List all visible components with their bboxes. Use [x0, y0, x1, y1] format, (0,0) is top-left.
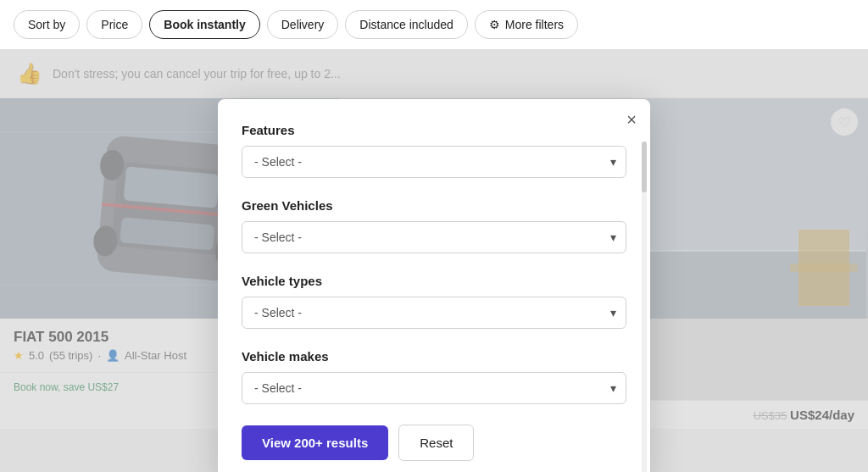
vehicle-makes-select[interactable]: - Select - — [242, 372, 626, 404]
distance-included-button[interactable]: Distance included — [345, 10, 468, 39]
vehicle-types-select-wrapper: - Select - ▾ — [242, 297, 626, 329]
price-button[interactable]: Price — [86, 10, 142, 39]
sort-by-button[interactable]: Sort by — [14, 10, 80, 39]
more-filters-modal: × Features - Select - ▾ Green Vehicles -… — [218, 99, 650, 472]
vehicle-types-select[interactable]: - Select - — [242, 297, 626, 329]
delivery-button[interactable]: Delivery — [267, 10, 339, 39]
book-instantly-button[interactable]: Book instantly — [149, 10, 259, 39]
modal-footer: View 200+ results Reset — [242, 425, 626, 461]
more-filters-label: More filters — [505, 18, 564, 31]
vehicle-types-label: Vehicle types — [242, 274, 626, 288]
vehicle-makes-section: Vehicle makes - Select - ▾ — [242, 349, 626, 404]
features-label: Features — [242, 123, 626, 137]
view-results-button[interactable]: View 200+ results — [242, 425, 388, 460]
content-area: 👍 Don't stress; you can cancel your trip… — [0, 50, 868, 472]
vehicle-makes-label: Vehicle makes — [242, 349, 626, 364]
filter-bar: Sort by Price Book instantly Delivery Di… — [0, 0, 868, 50]
reset-button[interactable]: Reset — [398, 425, 474, 461]
green-vehicles-select[interactable]: - Select - — [242, 221, 626, 253]
features-section: Features - Select - ▾ — [242, 123, 626, 178]
features-select[interactable]: - Select - — [242, 146, 626, 178]
features-select-wrapper: - Select - ▾ — [242, 146, 626, 178]
more-filters-button[interactable]: ⚙ More filters — [475, 10, 578, 39]
green-vehicles-section: Green Vehicles - Select - ▾ — [242, 198, 626, 253]
filter-icon: ⚙ — [489, 18, 500, 31]
green-vehicles-select-wrapper: - Select - ▾ — [242, 221, 626, 253]
modal-scrollbar-thumb — [642, 142, 647, 192]
vehicle-makes-select-wrapper: - Select - ▾ — [242, 372, 626, 404]
modal-scrollbar-track — [642, 142, 647, 472]
green-vehicles-label: Green Vehicles — [242, 198, 626, 213]
modal-close-button[interactable]: × — [626, 111, 637, 128]
vehicle-types-section: Vehicle types - Select - ▾ — [242, 274, 626, 329]
